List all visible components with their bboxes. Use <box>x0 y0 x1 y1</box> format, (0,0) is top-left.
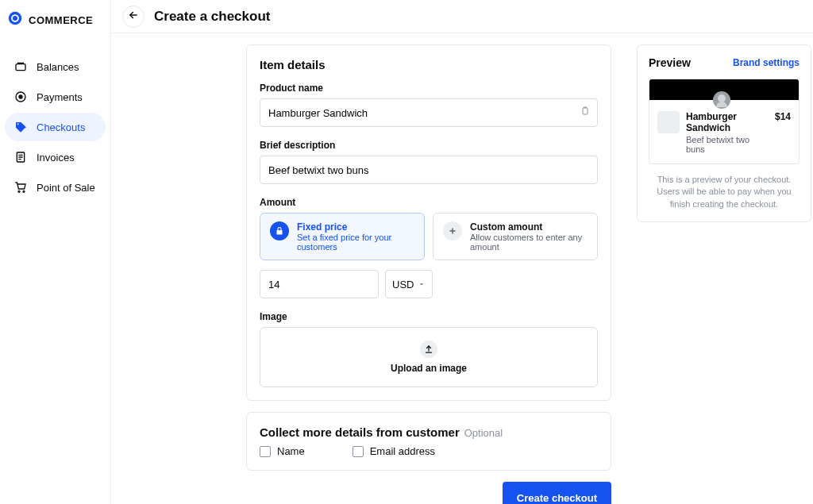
option-title: Custom amount <box>470 221 588 233</box>
sidebar-item-balances[interactable]: Balances <box>5 52 106 81</box>
sidebar-item-label: Invoices <box>37 152 75 164</box>
image-upload[interactable]: Upload an image <box>260 327 598 387</box>
page-title: Create a checkout <box>154 9 270 25</box>
upload-icon <box>420 340 437 358</box>
invoices-icon <box>14 151 27 164</box>
preview-title: Preview <box>649 56 691 69</box>
svg-rect-3 <box>16 64 25 71</box>
checkbox-name[interactable]: Name <box>260 445 305 457</box>
preview-price: $14 <box>775 111 791 154</box>
preview-note: This is a preview of your checkout. User… <box>649 174 800 210</box>
preview-mini: Hamburger Sandwich Beef betwixt two buns… <box>649 79 800 164</box>
brief-desc-input[interactable] <box>260 156 598 184</box>
amount-input[interactable] <box>260 270 379 298</box>
checkbox-email[interactable]: Email address <box>353 445 435 457</box>
checkbox-label: Name <box>277 445 305 457</box>
main: Create a checkout Item details Product n… <box>111 0 813 504</box>
sidebar-item-label: Payments <box>37 91 83 103</box>
brand-settings-link[interactable]: Brand settings <box>733 57 800 68</box>
product-name-input[interactable] <box>260 98 598 127</box>
card-title: Collect more details from customer <box>260 425 460 439</box>
preview-panel: Preview Brand settings <box>637 44 811 222</box>
sidebar-item-pos[interactable]: Point of Sale <box>5 173 106 202</box>
option-sub: Set a fixed price for your customers <box>297 233 414 252</box>
currency-value: USD <box>392 279 414 290</box>
preview-header-bar <box>649 79 799 100</box>
option-sub: Allow customers to enter any amount <box>470 233 588 252</box>
plus-icon <box>443 221 462 240</box>
clipboard-icon[interactable] <box>580 106 590 120</box>
svg-point-8 <box>23 190 25 192</box>
collect-details-card: Collect more details from customer Optio… <box>246 412 611 471</box>
item-details-card: Item details Product name Brief descript… <box>246 44 611 401</box>
svg-point-5 <box>19 95 22 98</box>
sidebar-item-payments[interactable]: Payments <box>5 83 106 111</box>
topbar: Create a checkout <box>111 0 813 33</box>
sidebar-nav: Balances Payments Checkouts Invoices <box>0 40 110 214</box>
option-custom-amount[interactable]: Custom amount Allow customers to enter a… <box>433 213 598 260</box>
currency-select[interactable]: USD <box>385 270 433 298</box>
brand-logo: COMMERCE <box>0 10 110 40</box>
sidebar-item-label: Point of Sale <box>37 182 95 194</box>
brand-name: COMMERCE <box>29 14 93 26</box>
sidebar-item-invoices[interactable]: Invoices <box>5 143 106 171</box>
brief-desc-label: Brief description <box>260 140 598 151</box>
balances-icon <box>14 60 27 73</box>
svg-point-2 <box>13 16 17 21</box>
content: Item details Product name Brief descript… <box>111 33 813 504</box>
checkbox-box-icon <box>260 446 271 457</box>
upload-label: Upload an image <box>391 363 467 374</box>
payments-icon <box>14 90 27 103</box>
svg-point-7 <box>18 190 20 192</box>
sidebar-item-label: Checkouts <box>37 121 85 133</box>
option-fixed-price[interactable]: Fixed price Set a fixed price for your c… <box>260 213 425 260</box>
avatar-icon <box>713 91 730 109</box>
back-button[interactable] <box>122 6 144 28</box>
pos-icon <box>14 181 27 194</box>
sidebar: COMMERCE Balances Payments Checkouts <box>0 0 111 504</box>
arrow-left-icon <box>128 10 139 23</box>
brand-logo-icon <box>8 11 22 29</box>
svg-rect-9 <box>583 108 588 114</box>
preview-thumb <box>657 111 680 133</box>
sidebar-item-label: Balances <box>37 61 79 73</box>
optional-label: Optional <box>464 427 503 439</box>
preview-product-name: Hamburger Sandwich <box>686 111 769 133</box>
checkbox-box-icon <box>353 446 364 457</box>
sidebar-item-checkouts[interactable]: Checkouts <box>5 113 106 141</box>
preview-product-desc: Beef betwixt two buns <box>686 135 769 154</box>
caret-down-icon <box>418 279 426 290</box>
create-checkout-button[interactable]: Create checkout <box>503 482 611 504</box>
amount-label: Amount <box>260 197 598 208</box>
option-title: Fixed price <box>297 221 414 233</box>
image-label: Image <box>260 311 598 322</box>
checkbox-label: Email address <box>370 445 435 457</box>
product-name-label: Product name <box>260 83 598 94</box>
card-title: Item details <box>260 58 598 71</box>
checkouts-icon <box>14 121 27 133</box>
lock-icon <box>270 221 289 240</box>
